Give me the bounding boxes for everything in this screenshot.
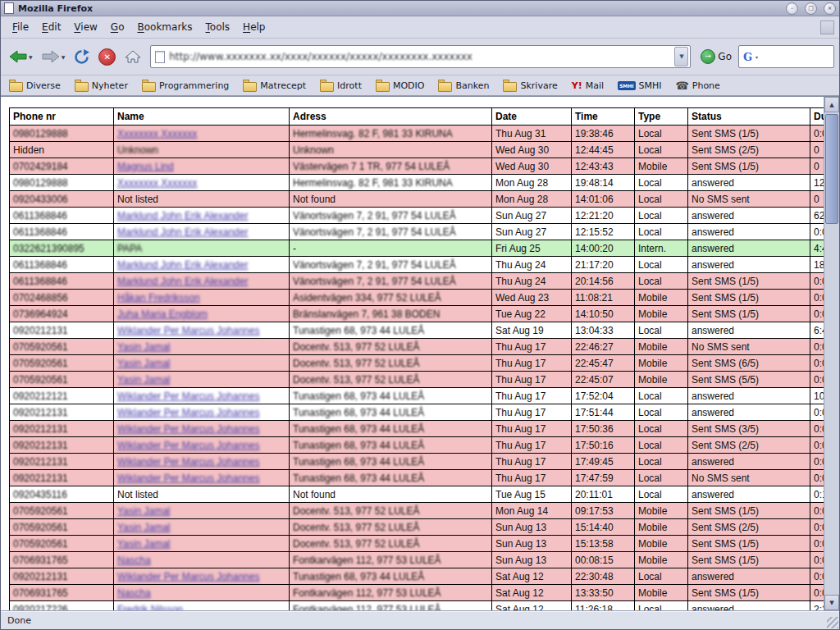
window-title: Mozilla Firefox (18, 3, 779, 14)
cell-text: Mobile (638, 292, 667, 304)
name-link[interactable]: Juha Maria Engblom (117, 308, 208, 320)
cell-text: Fontkarvägen 112, 977 53 LULEÅ (293, 555, 441, 566)
bookmark-programmering[interactable]: Programmering (142, 80, 229, 92)
table-row: 0705920561Yasin JamalDocentv. 513, 977 5… (10, 372, 825, 388)
name-link[interactable]: Wiklander Per Marcus Johannes (117, 456, 259, 468)
name-link[interactable]: Wiklander Per Marcus Johannes (117, 472, 259, 484)
minimize-button[interactable]: – (786, 2, 798, 15)
name-link[interactable]: Xxxxxxxx Xxxxxxx (117, 128, 197, 139)
bookmark-matrecept[interactable]: Matrecept (243, 80, 306, 92)
scroll-down-button[interactable]: ▼ (824, 595, 839, 610)
go-button[interactable]: → Go (696, 49, 736, 64)
name-link[interactable]: Yasin Jamal (117, 374, 170, 386)
home-button[interactable] (121, 43, 144, 71)
search-dropdown-icon[interactable]: ▾ (756, 54, 758, 60)
cell-phone: 0705920561 (10, 372, 114, 388)
forward-button[interactable]: ▼ (39, 43, 69, 71)
cell-time: 14:01:06 (572, 191, 635, 208)
cell-text: 20:14:56 (575, 276, 614, 287)
table-row: 0920212131Wiklander Per Marcus JohannesT… (10, 454, 825, 470)
cell-text: Sent SMS (3/5) (692, 423, 759, 435)
cell-time: 13:33:50 (572, 585, 635, 601)
cell-text: Docentv. 513, 977 52 LULEÅ (293, 358, 420, 369)
table-row: 0705920561Yasin JamalDocentv. 513, 977 5… (10, 503, 825, 519)
bookmark-idrott[interactable]: Idrott (320, 80, 362, 92)
cell-status: Sent SMS (2/5) (688, 519, 810, 536)
cell-text: Tunastigen 68, 973 44 LULEÅ (293, 407, 424, 418)
forward-dropdown-icon[interactable]: ▼ (62, 54, 66, 60)
name-link[interactable]: Nascha (117, 555, 151, 566)
back-dropdown-icon[interactable]: ▼ (29, 54, 33, 60)
name-link[interactable]: Wiklander Per Marcus Johannes (117, 407, 259, 418)
cell-text: Sun Aug 13 (495, 555, 546, 566)
cell-text: Sent SMS (1/5) (692, 161, 759, 172)
cell-adress: Not found (290, 486, 492, 503)
menu-view[interactable]: View (67, 19, 103, 35)
bookmark-modio[interactable]: MODIO (376, 80, 425, 92)
cell-duration: 0:0 (810, 536, 825, 552)
stop-button[interactable]: ✕ (95, 43, 119, 71)
menu-go[interactable]: Go (104, 19, 131, 35)
name-link[interactable]: Marklund John Erik Alexander (117, 226, 248, 238)
name-link[interactable]: Nascha (117, 587, 151, 599)
name-link[interactable]: Yasin Jamal (117, 538, 170, 550)
column-header-name: Name (114, 108, 290, 126)
cell-text: Unknown (117, 144, 158, 156)
bookmark-mail[interactable]: Y!Mail (572, 80, 604, 91)
bookmark-nyheter[interactable]: Nyheter (75, 80, 128, 92)
name-link[interactable]: Yasin Jamal (117, 522, 170, 533)
close-button[interactable]: × (824, 2, 836, 15)
column-header-date: Date (492, 108, 572, 126)
name-link[interactable]: Wiklander Per Marcus Johannes (117, 423, 259, 435)
name-link[interactable]: Marklund John Erik Alexander (117, 259, 248, 271)
cell-status: Sent SMS (1/5) (688, 503, 810, 519)
maximize-button[interactable]: □ (805, 2, 817, 15)
scrollbar-thumb[interactable] (825, 114, 838, 224)
name-link[interactable]: Wiklander Per Marcus Johannes (117, 440, 259, 451)
menubar: FileEditViewGoBookmarksToolsHelp (1, 16, 839, 39)
menu-tools[interactable]: Tools (199, 19, 237, 35)
cell-text: Mobile (638, 538, 667, 550)
cell-type: Local (635, 388, 688, 404)
name-link[interactable]: Yasin Jamal (117, 505, 170, 517)
name-link[interactable]: Fredrik Nilsson (117, 604, 183, 611)
cell-text: Vänortsvägen 7, 2 91, 977 54 LULEÅ (293, 226, 456, 238)
cell-text: Västervägen 7 1 TR, 977 54 LULEÅ (293, 161, 450, 172)
name-link[interactable]: Magnus Lind (117, 161, 174, 172)
menu-edit[interactable]: Edit (35, 19, 67, 35)
reload-button[interactable] (71, 43, 93, 71)
url-dropdown-button[interactable]: ▼ (674, 47, 688, 66)
search-input[interactable]: G ▾ (738, 45, 834, 68)
bookmark-smhi[interactable]: SMHISMHI (618, 80, 662, 91)
cell-text: Thu Aug 17 (495, 374, 546, 386)
cell-time: 17:47:59 (572, 470, 635, 486)
cell-time: 21:17:20 (572, 257, 635, 273)
name-link[interactable]: Wiklander Per Marcus Johannes (117, 325, 259, 336)
name-link[interactable]: Wiklander Per Marcus Johannes (117, 390, 259, 402)
name-link[interactable]: Håkan Fredriksson (117, 292, 200, 304)
vertical-scrollbar[interactable]: ▲ ▼ (824, 97, 839, 610)
back-button[interactable]: ▼ (6, 43, 36, 71)
cell-name: Not listed (114, 191, 290, 208)
titlebar[interactable]: Mozilla Firefox – □ × (1, 1, 839, 16)
cell-phone: 0920212131 (10, 421, 114, 437)
name-link[interactable]: Yasin Jamal (117, 341, 170, 353)
url-bar[interactable]: http://www.xxxxxxx.xx/xxxx/xxxxxx/xxxxx/… (150, 45, 691, 68)
bookmark-skrivare[interactable]: Skrivare (503, 80, 557, 92)
menu-file[interactable]: File (6, 19, 35, 35)
scroll-up-button[interactable]: ▲ (824, 97, 839, 112)
cell-text: Bränslanvägen 7, 961 38 BODEN (293, 308, 440, 320)
cell-text: 0920433006 (13, 194, 68, 205)
name-link[interactable]: Xxxxxxxx Xxxxxxx (117, 177, 197, 189)
bookmark-diverse[interactable]: Diverse (9, 80, 61, 92)
name-link[interactable]: Marklund John Erik Alexander (117, 276, 248, 287)
scrollbar-track[interactable] (824, 112, 839, 595)
menu-help[interactable]: Help (236, 19, 272, 35)
name-link[interactable]: Marklund John Erik Alexander (117, 210, 248, 221)
bookmark-phone[interactable]: ☎Phone (676, 80, 720, 92)
resize-grip[interactable] (827, 617, 838, 628)
name-link[interactable]: Wiklander Per Marcus Johannes (117, 571, 259, 582)
menu-bookmarks[interactable]: Bookmarks (130, 19, 199, 35)
bookmark-banken[interactable]: Banken (438, 80, 489, 92)
name-link[interactable]: Yasin Jamal (117, 358, 170, 369)
